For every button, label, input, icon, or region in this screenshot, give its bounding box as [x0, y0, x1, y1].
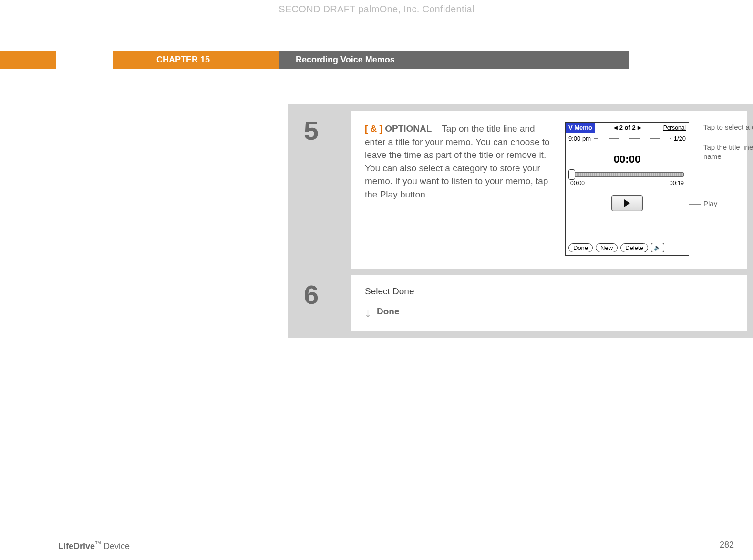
palm-nav-count: 2 of 2	[619, 124, 636, 131]
chapter-tab-bg	[0, 51, 56, 69]
step-number-6: 6	[294, 275, 351, 331]
palm-nav[interactable]: ◀ 2 of 2 ▶	[595, 123, 660, 133]
palm-time-range: 00:00 00:19	[566, 179, 689, 187]
chapter-label: CHAPTER 15	[113, 51, 279, 69]
header-spacer	[629, 51, 753, 69]
palm-slider-thumb[interactable]	[568, 169, 575, 180]
palm-new-button[interactable]: New	[596, 243, 618, 252]
footer-product: LifeDrive™ Device	[58, 540, 130, 551]
callout-category: Tap to select a category	[703, 123, 753, 132]
footer-tm: ™	[95, 540, 101, 547]
footer-product-bold: LifeDrive	[58, 541, 95, 551]
palm-done-button[interactable]: Done	[568, 243, 593, 252]
palm-title-time: 9:00 pm	[568, 135, 591, 142]
step-5-graphic: V Memo ◀ 2 of 2 ▶ Personal 9:00 pm 1/20	[565, 122, 738, 256]
steps-container: 5 [ & ] OPTIONAL Tap on the title line a…	[288, 104, 753, 338]
done-label: Done	[377, 306, 400, 317]
confidential-watermark: SECOND DRAFT palmOne, Inc. Confidential	[279, 4, 474, 15]
section-title: Recording Voice Memos	[279, 51, 629, 69]
palm-titlebar: V Memo ◀ 2 of 2 ▶ Personal	[566, 123, 689, 133]
chapter-header: CHAPTER 15 Recording Voice Memos	[0, 51, 753, 69]
palm-timer: 00:00	[566, 153, 689, 166]
palm-bottom-bar: Done New Delete 🔈	[568, 243, 686, 252]
step-5-text: [ & ] OPTIONAL Tap on the title line and…	[365, 122, 556, 256]
step-6-text: Select Done	[365, 286, 738, 297]
palm-play-button[interactable]	[611, 195, 643, 211]
palm-time-end: 00:19	[670, 180, 684, 187]
palm-screenshot: V Memo ◀ 2 of 2 ▶ Personal 9:00 pm 1/20	[565, 122, 689, 256]
nav-next-icon[interactable]: ▶	[638, 125, 641, 130]
step-5-body: [ & ] OPTIONAL Tap on the title line and…	[351, 111, 747, 269]
palm-title-date: 1/20	[674, 135, 686, 142]
palm-title-line[interactable]: 9:00 pm 1/20	[566, 133, 689, 144]
callout-play: Play	[703, 199, 753, 208]
step-number-5: 5	[294, 111, 351, 269]
palm-title-field[interactable]	[594, 138, 671, 139]
step-6: 6 Select Done ↓ Done	[294, 275, 747, 331]
step-5: 5 [ & ] OPTIONAL Tap on the title line a…	[294, 111, 747, 269]
footer-page-number: 282	[720, 540, 734, 551]
nav-prev-icon[interactable]: ◀	[614, 125, 618, 130]
palm-time-start: 00:00	[570, 180, 585, 187]
step-6-body: Select Done ↓ Done	[351, 275, 747, 331]
down-arrow-icon: ↓	[365, 306, 371, 319]
optional-bracket: [ & ]	[365, 124, 382, 134]
page-footer: LifeDrive™ Device 282	[58, 535, 734, 551]
palm-speaker-button[interactable]: 🔈	[651, 243, 664, 252]
step-5-body-text: Tap on the title line and enter a title …	[365, 124, 550, 199]
speaker-icon: 🔈	[654, 244, 661, 251]
palm-slider-track	[570, 172, 684, 177]
footer-product-rest: Device	[103, 541, 130, 551]
palm-delete-button[interactable]: Delete	[620, 243, 648, 252]
optional-label: OPTIONAL	[385, 124, 432, 134]
palm-category-picker[interactable]: Personal	[660, 124, 689, 131]
callout-title: Tap the title line and enter a name	[703, 143, 753, 161]
done-indicator: ↓ Done	[365, 305, 738, 318]
palm-slider[interactable]	[570, 172, 684, 177]
play-icon	[624, 199, 630, 207]
palm-app-name: V Memo	[566, 123, 595, 133]
